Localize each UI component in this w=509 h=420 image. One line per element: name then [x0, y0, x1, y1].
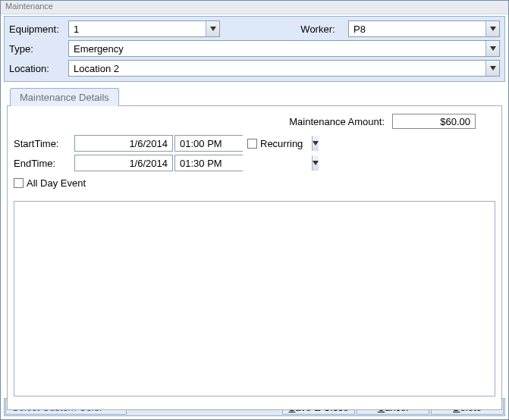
- start-date-input[interactable]: [74, 135, 173, 152]
- tab-maintenance-details[interactable]: Maintenance Details: [10, 88, 119, 106]
- tab-area: Maintenance Details Maintenance Amount: …: [7, 88, 502, 410]
- chevron-down-icon: [490, 66, 496, 71]
- header-panel: Equipment: Worker: Type:: [4, 16, 505, 82]
- start-time-dropdown-button[interactable]: [312, 136, 319, 151]
- end-time-dropdown-button[interactable]: [312, 155, 319, 171]
- type-combo[interactable]: [68, 40, 500, 57]
- location-input[interactable]: [69, 61, 485, 76]
- worker-input[interactable]: [349, 21, 485, 36]
- end-time-combo[interactable]: [174, 155, 243, 171]
- worker-label: Worker:: [287, 24, 348, 35]
- location-combo[interactable]: [68, 60, 500, 77]
- maintenance-amount-label: Maintenance Amount:: [289, 116, 385, 127]
- chevron-down-icon: [210, 27, 216, 31]
- equipment-combo[interactable]: [68, 20, 220, 37]
- tab-strip: Maintenance Details: [7, 88, 502, 105]
- start-time-combo[interactable]: [174, 135, 243, 152]
- chevron-down-icon: [490, 46, 496, 51]
- location-dropdown-button[interactable]: [485, 61, 499, 76]
- type-dropdown-button[interactable]: [485, 41, 499, 56]
- tab-body: Maintenance Amount: StartTime: Recurring: [7, 105, 502, 410]
- maintenance-window: Maintenance Equipment: Worker: Type:: [0, 0, 509, 420]
- recurring-checkbox[interactable]: [247, 139, 257, 149]
- allday-checkbox-wrap[interactable]: All Day Event: [14, 177, 86, 189]
- location-label: Location:: [9, 63, 68, 74]
- worker-dropdown-button[interactable]: [485, 21, 499, 36]
- worker-combo[interactable]: [348, 20, 500, 37]
- type-input[interactable]: [69, 41, 485, 56]
- start-time-label: StartTime:: [14, 138, 74, 149]
- equipment-label: Equipment:: [9, 24, 68, 35]
- chevron-down-icon: [313, 141, 319, 146]
- recurring-checkbox-wrap[interactable]: Recurring: [247, 138, 303, 149]
- equipment-dropdown-button[interactable]: [206, 21, 219, 36]
- chevron-down-icon: [313, 161, 319, 165]
- window-title: Maintenance: [1, 1, 508, 14]
- maintenance-amount-input[interactable]: [392, 114, 476, 129]
- end-time-input[interactable]: [175, 155, 312, 171]
- type-label: Type:: [9, 43, 68, 55]
- allday-label: All Day Event: [27, 177, 86, 189]
- allday-checkbox[interactable]: [14, 178, 24, 188]
- end-time-label: EndTime:: [14, 158, 74, 169]
- recurring-label: Recurring: [260, 138, 303, 149]
- chevron-down-icon: [490, 27, 496, 31]
- equipment-input[interactable]: [69, 21, 206, 36]
- end-date-input[interactable]: [74, 155, 173, 171]
- notes-textarea[interactable]: [14, 201, 495, 396]
